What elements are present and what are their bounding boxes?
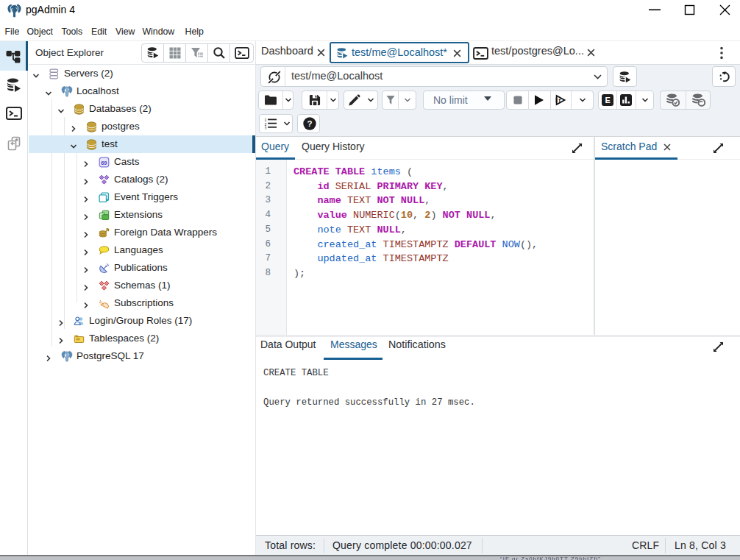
svg-text:?: ? (307, 119, 312, 128)
svg-text:69: 69 (101, 160, 107, 166)
svg-text:3: 3 (265, 126, 267, 130)
svg-text:E: E (605, 96, 611, 104)
